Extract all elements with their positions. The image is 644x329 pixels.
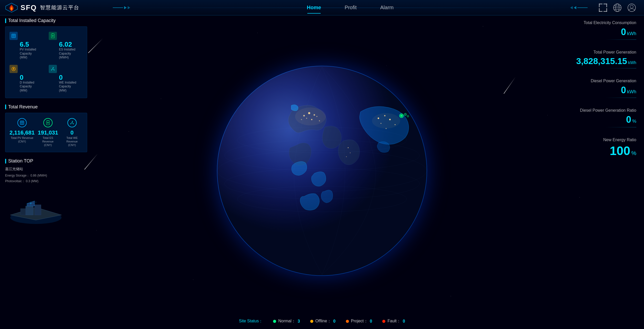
- pv-revenue-value: 2,116,681: [9, 129, 35, 136]
- station-3d-preview: [5, 187, 67, 225]
- station-top-title: Station TOP: [5, 158, 87, 164]
- total-power-unit: kWh: [628, 60, 636, 65]
- project-label: Project：: [351, 318, 368, 324]
- svg-point-25: [52, 68, 53, 69]
- we-revenue-item: 0 Total WE Revenue(CNY): [61, 118, 83, 147]
- installed-capacity-section: Total Installed Capacity: [5, 18, 87, 98]
- power-divider: [606, 68, 636, 68]
- normal-status: Normal： 3: [273, 318, 300, 324]
- svg-point-35: [72, 122, 73, 123]
- pv-revenue-item: 2,116,681 Total PV Revenue(CNY): [9, 118, 35, 147]
- diesel-icon: [9, 65, 18, 73]
- tab-alarm[interactable]: Alarm: [376, 3, 398, 13]
- wind-icon: [49, 65, 57, 73]
- new-energy-ratio-value: 100: [610, 144, 630, 158]
- svg-point-24: [13, 68, 14, 69]
- we-capacity-label: WE Installed Capacity(MW): [59, 81, 83, 93]
- diesel-divider: [606, 98, 636, 98]
- pv-capacity-value: 6.5: [20, 41, 44, 48]
- total-electricity-unit: kWh: [627, 31, 636, 36]
- project-dot: [346, 320, 349, 323]
- svg-rect-14: [12, 34, 15, 38]
- diesel-power-stat: Diesel Power Generation 0 kWh: [544, 79, 636, 98]
- we-capacity-item: 0 WE Installed Capacity(MW): [49, 65, 83, 93]
- station-3d-svg: [5, 187, 67, 225]
- photovoltaic-label: Photovoltaic：: [5, 179, 25, 183]
- we-revenue-icon: [67, 118, 77, 127]
- svg-rect-40: [21, 209, 26, 215]
- pv-revenue-label: Total PV Revenue(CNY): [11, 136, 33, 143]
- revenue-card: 2,116,681 Total PV Revenue(CNY) 191,031: [5, 113, 87, 152]
- header-controls: [593, 3, 644, 12]
- installed-capacity-card: 6.5 PV Installed Capacity(MW): [5, 26, 87, 98]
- total-power-stat: Total Power Generation 3,828,315.15 kWh: [544, 50, 636, 68]
- es-revenue-item: 191,031 Total ES Revenue(CNY): [37, 118, 59, 147]
- installed-capacity-title: Total Installed Capacity: [5, 18, 87, 23]
- logo-cn-text: 智慧能源云平台: [40, 4, 79, 11]
- pv-revenue-icon: [17, 118, 27, 127]
- es-revenue-label: Total ES Revenue(CNY): [37, 136, 59, 147]
- installed-capacity-grid: 6.5 PV Installed Capacity(MW): [9, 32, 83, 93]
- total-electricity-value: 0: [621, 27, 626, 37]
- es-revenue-value: 191,031: [38, 129, 58, 136]
- svg-point-13: [630, 5, 633, 8]
- status-bar: Site Status： Normal： 3 Offline： 0 Projec…: [239, 318, 405, 324]
- svg-rect-6: [599, 8, 600, 12]
- diesel-power-label: Diesel Power Generation: [544, 79, 636, 83]
- diesel-ratio-unit: %: [632, 119, 636, 124]
- offline-dot: [310, 320, 313, 323]
- svg-rect-32: [47, 120, 48, 121]
- fault-label: Fault：: [387, 318, 401, 324]
- we-capacity-value: 0: [59, 74, 83, 81]
- energy-storage-value: 0.86: [31, 174, 36, 177]
- new-energy-ratio-label: New Energy Ratio: [544, 138, 636, 142]
- photovoltaic-unit: (MW): [31, 179, 38, 183]
- pv-capacity-item: 6.5 PV Installed Capacity(MW): [9, 32, 44, 60]
- logo-icon: [5, 3, 18, 13]
- photovoltaic-value: 0.3: [26, 179, 30, 183]
- fault-count: 0: [403, 319, 405, 324]
- pv-capacity-label: PV Installed Capacity(MW): [20, 48, 44, 60]
- user-icon[interactable]: [627, 3, 636, 12]
- es-icon: [49, 32, 57, 40]
- fullscreen-icon[interactable]: [598, 3, 608, 12]
- tab-profit[interactable]: Profit: [340, 3, 361, 13]
- svg-rect-20: [52, 33, 53, 34]
- offline-label: Offline：: [315, 318, 331, 324]
- we-revenue-value: 0: [71, 129, 74, 136]
- right-panel: Total Electricity Consumption 0 kWh Tota…: [544, 20, 636, 168]
- station-preview: 嘉江光储站 Energy Storage： 0.86 (MWH) Photovo…: [5, 167, 87, 225]
- globe-icon[interactable]: [613, 3, 622, 12]
- es-capacity-item: 6.02 ES Installed Capacity(MWH): [49, 32, 83, 60]
- normal-label: Normal：: [278, 318, 296, 324]
- shooting-star-4: [504, 77, 516, 94]
- total-power-value: 3,828,315.15: [576, 56, 627, 66]
- es-capacity-label: ES Installed Capacity(MWH): [59, 48, 83, 60]
- new-energy-ratio-stat: New Energy Ratio 100 %: [544, 138, 636, 158]
- normal-count: 3: [298, 319, 300, 324]
- d-capacity-value: 0: [20, 74, 44, 81]
- d-capacity-label: D Installed Capacity(MW): [20, 81, 44, 93]
- globe-container: [217, 66, 427, 276]
- shooting-star-1: [88, 38, 103, 53]
- svg-rect-39: [35, 205, 41, 215]
- normal-dot: [273, 320, 276, 323]
- svg-point-45: [35, 202, 36, 203]
- es-revenue-icon: [43, 118, 53, 127]
- station-info: Energy Storage： 0.86 (MWH) Photovoltaic：…: [5, 173, 87, 184]
- revenue-title: Total Revenue: [5, 104, 87, 110]
- tab-home[interactable]: Home: [303, 3, 325, 13]
- electricity-divider: [606, 39, 636, 40]
- total-electricity-label: Total Electricity Consumption: [544, 20, 636, 25]
- nav-tabs: Home Profit Alarm: [303, 3, 398, 13]
- header: SFQ 智慧能源云平台 Home Profit Alarm: [0, 0, 644, 15]
- svg-rect-8: [606, 8, 607, 12]
- svg-rect-38: [26, 206, 33, 215]
- revenue-grid: 2,116,681 Total PV Revenue(CNY) 191,031: [9, 118, 83, 147]
- total-power-label: Total Power Generation: [544, 50, 636, 55]
- svg-rect-2: [599, 4, 600, 7]
- ratio-divider: [606, 127, 636, 127]
- solar-icon: [9, 32, 18, 40]
- d-capacity-item: 0 D Installed Capacity(MW): [9, 65, 44, 93]
- fault-status: Fault： 0: [382, 318, 405, 324]
